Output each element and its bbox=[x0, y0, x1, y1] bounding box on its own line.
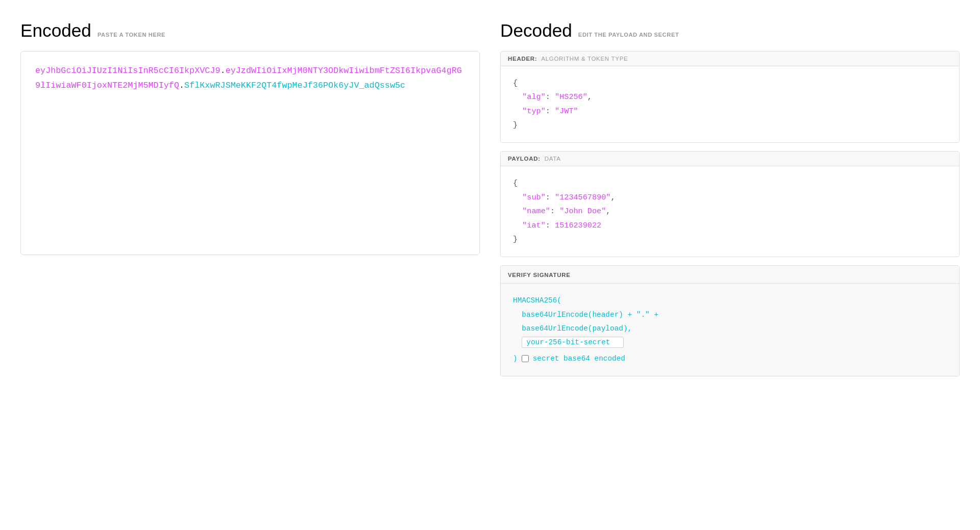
verify-section: VERIFY SIGNATURE HMACSHA256( base64UrlEn… bbox=[500, 265, 960, 376]
payload-iat-value: 1516239022 bbox=[555, 221, 601, 230]
payload-sub-key: "sub" bbox=[522, 193, 546, 202]
header-alg-value: "HS256" bbox=[555, 92, 587, 102]
payload-label-bar: PAYLOAD: DATA bbox=[501, 152, 959, 166]
verify-content: HMACSHA256( base64UrlEncode(header) + ".… bbox=[501, 284, 959, 376]
token-text: eyJhbGciOiJIUzI1NiIsInR5cCI6IkpXVCJ9.eyJ… bbox=[35, 64, 465, 93]
secret-input[interactable] bbox=[522, 337, 624, 348]
base64-checkbox[interactable] bbox=[522, 355, 529, 362]
header-open-brace: { bbox=[513, 79, 518, 88]
decoded-title: Decoded bbox=[500, 20, 572, 41]
token-signature-part: SflKxwRJSMeKKF2QT4fwpMeJf36POk6yJV_adQss… bbox=[184, 81, 405, 90]
payload-open-brace: { bbox=[513, 179, 518, 188]
header-close-brace: } bbox=[513, 120, 518, 130]
encoded-panel: Encoded PASTE A TOKEN HERE eyJhbGciOiJIU… bbox=[20, 20, 480, 376]
payload-label: PAYLOAD: bbox=[508, 156, 541, 162]
payload-section: PAYLOAD: DATA { "sub": "1234567890", "na… bbox=[500, 151, 960, 257]
encoded-header: Encoded PASTE A TOKEN HERE bbox=[20, 20, 480, 41]
header-label: HEADER: bbox=[508, 56, 537, 62]
decoded-header: Decoded EDIT THE PAYLOAD AND SECRET bbox=[500, 20, 960, 41]
verify-label: VERIFY SIGNATURE bbox=[508, 272, 571, 278]
verify-line1: base64UrlEncode(header) + "." + bbox=[522, 311, 658, 319]
payload-name-key: "name" bbox=[522, 207, 550, 216]
header-label-bar: HEADER: ALGORITHM & TOKEN TYPE bbox=[501, 52, 959, 66]
payload-close-brace: } bbox=[513, 235, 518, 244]
encoded-title: Encoded bbox=[20, 20, 91, 41]
decoded-panel: Decoded EDIT THE PAYLOAD AND SECRET HEAD… bbox=[500, 20, 960, 376]
encoded-subtitle: PASTE A TOKEN HERE bbox=[97, 32, 165, 38]
token-header-part: eyJhbGciOiJIUzI1NiIsInR5cCI6IkpXVCJ9 bbox=[35, 66, 220, 75]
header-section: HEADER: ALGORITHM & TOKEN TYPE { "alg": … bbox=[500, 51, 960, 143]
base64-label: secret base64 encoded bbox=[533, 352, 625, 366]
payload-sublabel: DATA bbox=[545, 156, 561, 162]
verify-line2: base64UrlEncode(payload), bbox=[522, 324, 632, 333]
payload-content[interactable]: { "sub": "1234567890", "name": "John Doe… bbox=[501, 166, 959, 257]
header-typ-key: "typ" bbox=[522, 107, 546, 116]
main-layout: Encoded PASTE A TOKEN HERE eyJhbGciOiJIU… bbox=[20, 20, 960, 376]
decoded-subtitle: EDIT THE PAYLOAD AND SECRET bbox=[578, 32, 679, 38]
payload-name-value: "John Doe" bbox=[559, 207, 606, 216]
verify-close: ) bbox=[513, 352, 518, 366]
verify-footer: ) secret base64 encoded bbox=[513, 352, 947, 366]
header-sublabel: ALGORITHM & TOKEN TYPE bbox=[541, 56, 628, 62]
token-dot-2: . bbox=[179, 81, 184, 90]
header-typ-value: "JWT" bbox=[555, 107, 578, 116]
payload-sub-value: "1234567890" bbox=[555, 193, 610, 202]
header-content[interactable]: { "alg": "HS256", "typ": "JWT" } bbox=[501, 66, 959, 142]
token-dot-1: . bbox=[220, 66, 226, 75]
header-alg-key: "alg" bbox=[522, 92, 546, 102]
encoded-box[interactable]: eyJhbGciOiJIUzI1NiIsInR5cCI6IkpXVCJ9.eyJ… bbox=[20, 51, 480, 255]
verify-function: HMACSHA256( bbox=[513, 296, 561, 305]
verify-label-bar: VERIFY SIGNATURE bbox=[501, 266, 959, 284]
payload-iat-key: "iat" bbox=[522, 221, 546, 230]
